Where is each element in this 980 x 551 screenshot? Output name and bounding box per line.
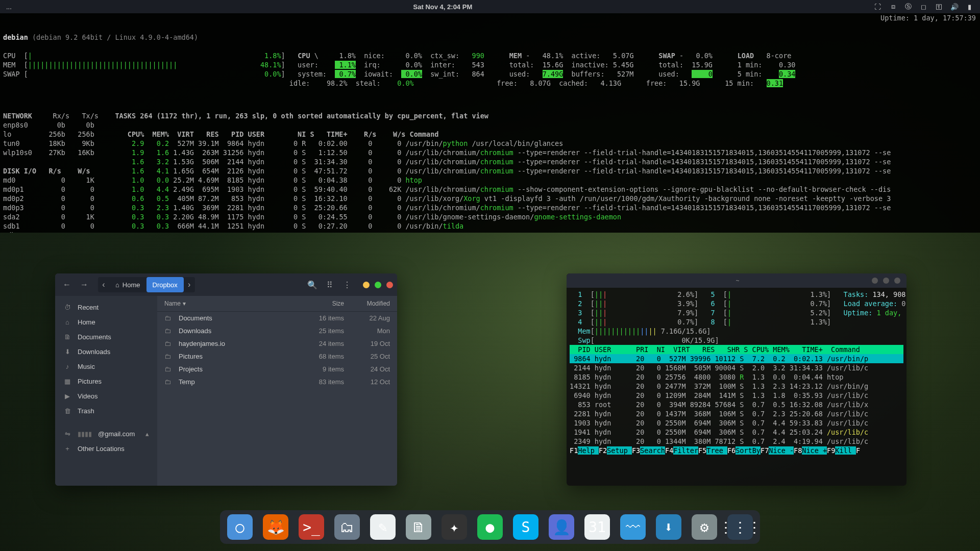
folder-icon: 🗀	[164, 378, 175, 386]
files-list: Name ▾ Size Modified 🗀Documents16 items2…	[157, 296, 397, 486]
sidebar-account[interactable]: ⇋▮▮▮▮@gmail.com▴	[55, 427, 157, 441]
folder-icon: 🗀	[164, 314, 175, 322]
vpn-icon[interactable]: ⚿	[935, 3, 943, 11]
sidebar-item-documents[interactable]: 🗎Documents	[55, 330, 157, 344]
sidebar-item-trash[interactable]: 🗑Trash	[55, 404, 157, 418]
trash-icon: 🗑	[63, 407, 71, 415]
uptime-text: Uptime: 1 day, 17:57:39	[880, 13, 976, 22]
dock-calendar[interactable]: 31	[584, 514, 610, 540]
sidebar-item-pictures[interactable]: ▦Pictures	[55, 374, 157, 389]
dock-firefox[interactable]: 🦊	[263, 514, 288, 540]
folder-icon: 🗀	[164, 327, 175, 335]
dock-photos[interactable]: ✦	[442, 514, 467, 540]
path-prev-button[interactable]: ‹	[98, 277, 109, 292]
dock-chromium[interactable]: ◯	[227, 514, 253, 540]
files-window[interactable]: ← → ‹ ⌂Home Dropbox › 🔍 ⠿ ⋮ ⏱Recent⌂Home…	[55, 273, 397, 486]
screenshot-icon[interactable]: ⛶	[874, 3, 882, 11]
htop-body: 1 [||| 2.6%] 5 [| 1.3%] Tasks: 134, 908 …	[567, 288, 906, 457]
dock-monitor[interactable]: 〰	[620, 514, 646, 540]
files-header: ← → ‹ ⌂Home Dropbox › 🔍 ⠿ ⋮	[55, 273, 397, 296]
dock: ◯🦊>_🗂✎🗎✦●S👤31〰⬇⚙⋮⋮⋮	[220, 510, 760, 544]
maximize-button[interactable]	[375, 282, 381, 288]
volume-icon[interactable]: 🔊	[950, 3, 959, 11]
sidebar-item-downloads[interactable]: ⬇Downloads	[55, 344, 157, 359]
folder-icon: 🗀	[164, 353, 175, 360]
path-current[interactable]: Dropbox	[146, 277, 184, 292]
sidebar-item-home[interactable]: ⌂Home	[55, 315, 157, 330]
file-row[interactable]: 🗀Downloads25 itemsMon	[157, 324, 397, 337]
music-icon: ♪	[63, 363, 71, 370]
path-bar[interactable]: ‹ ⌂Home Dropbox ›	[98, 277, 195, 292]
sidebar-item-videos[interactable]: ▶Videos	[55, 389, 157, 404]
close-button[interactable]	[386, 282, 393, 288]
dock-software[interactable]: ⬇	[656, 514, 681, 540]
stats-columns: NETWORK Rx/s Tx/s TASKS 264 (1172 thr), …	[3, 111, 977, 233]
skype-tray-icon[interactable]: Ⓢ	[904, 3, 913, 11]
view-button[interactable]: ⠿	[322, 277, 337, 292]
file-row[interactable]: 🗀haydenjames.io24 items19 Oct	[157, 337, 397, 350]
dropbox-icon[interactable]: ⧈	[889, 3, 897, 11]
menu-button[interactable]: ⋮	[339, 277, 355, 292]
dock-settings[interactable]: ⚙	[692, 514, 717, 540]
file-row[interactable]: 🗀Projects9 items24 Oct	[157, 363, 397, 375]
dock-editor[interactable]: ✎	[370, 514, 396, 540]
top-panel: ... Sat Nov 4, 2:04 PM ⛶ ⧈ Ⓢ ◻ ⚿ 🔊 ▮	[0, 0, 980, 13]
hostname: debian	[3, 33, 28, 41]
glances-terminal[interactable]: Uptime: 1 day, 17:57:39 debian (debian 9…	[0, 13, 980, 233]
file-row[interactable]: 🗀Temp83 items12 Oct	[157, 375, 397, 388]
path-home[interactable]: ⌂Home	[109, 277, 146, 292]
back-button[interactable]: ←	[59, 277, 75, 292]
dock-document[interactable]: 🗎	[406, 514, 431, 540]
dock-apps[interactable]: ⋮⋮⋮	[727, 514, 753, 540]
folder-icon: 🗀	[164, 340, 175, 347]
os-info: (debian 9.2 64bit / Linux 4.9.0-4-amd64)	[32, 33, 198, 41]
panel-right: ⛶ ⧈ Ⓢ ◻ ⚿ 🔊 ▮	[874, 3, 974, 11]
path-next-button[interactable]: ›	[184, 277, 195, 292]
folder-icon: 🗀	[164, 365, 175, 373]
sort-icon: ▾	[183, 300, 186, 307]
dock-files[interactable]: 🗂	[334, 514, 360, 540]
meters-row: CPU [| 1.8%] CPU \ 1.8% nice: 0.0% ctx_s…	[3, 51, 977, 88]
file-row[interactable]: 🗀Documents16 items22 Aug	[157, 312, 397, 324]
htop-close[interactable]	[894, 278, 900, 284]
htop-minimize[interactable]	[872, 278, 878, 284]
files-sidebar: ⏱Recent⌂Home🗎Documents⬇Downloads♪Music▦P…	[55, 296, 157, 486]
sidebar-other-locations[interactable]: +Other Locations	[55, 441, 157, 456]
dock-contacts[interactable]: 👤	[549, 514, 574, 540]
list-header[interactable]: Name ▾ Size Modified	[157, 296, 397, 312]
videos-icon: ▶	[63, 392, 71, 400]
panel-left: ...	[6, 3, 12, 11]
documents-icon: 🗎	[63, 333, 71, 341]
battery-icon[interactable]: ▮	[966, 3, 974, 11]
home-icon: ⌂	[63, 318, 71, 326]
window-icon[interactable]: ◻	[920, 3, 928, 11]
htop-maximize[interactable]	[883, 278, 889, 284]
forward-button[interactable]: →	[77, 277, 92, 292]
dock-spotify[interactable]: ●	[477, 514, 503, 540]
downloads-icon: ⬇	[63, 348, 71, 356]
clock[interactable]: Sat Nov 4, 2:04 PM	[413, 3, 473, 11]
sidebar-item-music[interactable]: ♪Music	[55, 359, 157, 374]
htop-window[interactable]: ~ 1 [||| 2.6%] 5 [| 1.3%] Tasks: 134, 90…	[567, 273, 906, 486]
search-button[interactable]: 🔍	[305, 277, 320, 292]
dock-skype[interactable]: S	[513, 514, 538, 540]
recent-icon: ⏱	[63, 304, 71, 311]
minimize-button[interactable]	[363, 282, 370, 288]
htop-titlebar: ~	[567, 273, 906, 288]
file-row[interactable]: 🗀Pictures68 items25 Oct	[157, 350, 397, 363]
dock-terminal[interactable]: >_	[299, 514, 324, 540]
htop-title: ~	[603, 276, 872, 285]
sidebar-item-recent[interactable]: ⏱Recent	[55, 300, 157, 315]
pictures-icon: ▦	[63, 378, 71, 385]
activities-menu[interactable]: ...	[6, 3, 12, 11]
